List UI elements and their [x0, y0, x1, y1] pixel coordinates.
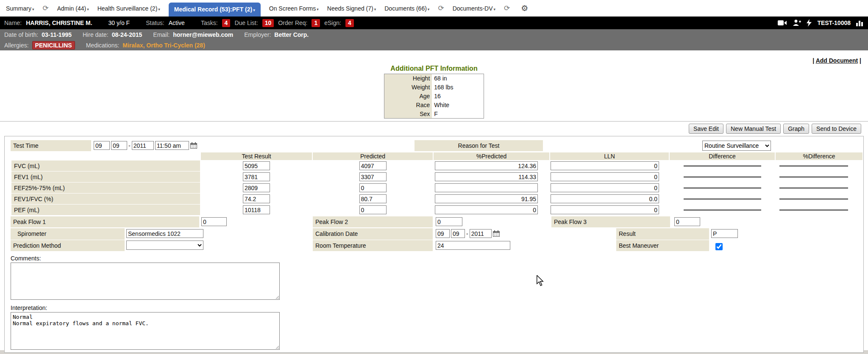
tab-documents-dv[interactable]: Documents-DV ▾: [453, 5, 495, 12]
spirometer-input[interactable]: [126, 229, 203, 238]
calendar-icon[interactable]: [493, 230, 500, 237]
result-input[interactable]: [711, 229, 738, 238]
additional-pft-info: Additional PFT Information Height 68 in …: [384, 50, 484, 119]
tab-summary[interactable]: Summary ▾: [6, 5, 34, 12]
action-buttons: Save Edit New Manual Test Graph Send to …: [0, 122, 868, 134]
fev1fvc-lln-input[interactable]: [551, 194, 659, 203]
prediction-method-select[interactable]: [126, 241, 203, 250]
lightning-bolt-icon[interactable]: [807, 19, 812, 27]
refresh-icon[interactable]: ⟳: [42, 5, 48, 12]
hire-date-label: Hire date:: [83, 31, 108, 38]
room-temperature-input[interactable]: [436, 241, 510, 250]
best-maneuver-checkbox[interactable]: [715, 243, 723, 250]
fef-test-result-input[interactable]: [243, 183, 270, 192]
dob-value: 03-11-1995: [42, 31, 72, 38]
fvc-pct-predicted-input[interactable]: [435, 161, 538, 170]
calibration-day-input[interactable]: [451, 229, 465, 238]
tab-health-surveillance[interactable]: Health Surveillance (2) ▾: [97, 5, 160, 12]
row-label-pef: PEF (mL): [11, 205, 200, 215]
difference-line: [684, 199, 761, 199]
test-day-input[interactable]: [111, 141, 127, 150]
comments-textarea[interactable]: [11, 263, 280, 300]
fev1fvc-predicted-input[interactable]: [359, 194, 387, 203]
row-label-fvc: FVC (mL): [11, 160, 200, 171]
bar-chart-icon[interactable]: [856, 19, 864, 26]
tasks-count-badge[interactable]: 4: [222, 19, 231, 27]
calendar-icon[interactable]: [190, 142, 197, 149]
tab-admin[interactable]: Admin (44) ▾: [57, 5, 89, 12]
peak-flow-1-input[interactable]: [201, 217, 227, 226]
graph-button[interactable]: Graph: [783, 124, 809, 134]
refresh-icon[interactable]: ⟳: [504, 5, 510, 12]
calibration-year-input[interactable]: [470, 229, 492, 238]
fvc-test-result-input[interactable]: [243, 161, 270, 170]
calibration-month-input[interactable]: [436, 229, 450, 238]
pft-info-table: Height 68 in Weight 168 lbs Age 16 Race …: [384, 74, 484, 119]
interpretation-textarea[interactable]: Normal Normal expiratory flows and a nor…: [11, 312, 280, 350]
new-manual-test-button[interactable]: New Manual Test: [726, 124, 781, 134]
fev1fvc-pct-predicted-input[interactable]: [435, 194, 538, 203]
grid-row-fev1fvc: FEV1/FVC (%): [11, 194, 862, 204]
medications-value[interactable]: Miralax, Ortho Tri-Cyclen (28): [122, 42, 205, 49]
col-predicted: Predicted: [313, 152, 433, 160]
refresh-icon[interactable]: ⟳: [438, 5, 444, 12]
peak-flow-row: Peak Flow 1 Peak Flow 2 Peak Flow 3: [11, 216, 857, 227]
due-list-label: Due List:: [234, 19, 258, 26]
video-camera-icon[interactable]: [778, 20, 787, 26]
grid-row-fef: FEF25%-75% (mL): [11, 183, 862, 193]
order-req-count-badge[interactable]: 1: [312, 19, 320, 27]
pef-test-result-input[interactable]: [243, 205, 270, 214]
fev1-test-result-input[interactable]: [243, 172, 270, 181]
tab-on-screen-forms[interactable]: On Screen Forms ▾: [269, 5, 319, 12]
pef-pct-predicted-input[interactable]: [435, 205, 538, 214]
reason-for-test-select[interactable]: Routine Surveillance: [702, 141, 771, 151]
col-difference: Difference: [670, 152, 775, 160]
test-clock-time-input[interactable]: [155, 141, 189, 150]
tab-needs-signed[interactable]: Needs Signed (7) ▾: [327, 5, 376, 12]
fef-pct-predicted-input[interactable]: [435, 183, 538, 192]
pef-lln-input[interactable]: [551, 205, 659, 214]
fef-predicted-input[interactable]: [359, 183, 387, 192]
tasks-label: Tasks:: [201, 19, 218, 26]
peak-flow-2-input[interactable]: [436, 217, 462, 226]
settings-gear-icon[interactable]: ⚙: [521, 4, 528, 12]
save-edit-button[interactable]: Save Edit: [689, 124, 723, 134]
tab-label: Health Surveillance (2): [97, 5, 158, 12]
tab-popout-icon: ▾: [494, 8, 496, 12]
medications-label: Medications:: [86, 42, 120, 49]
tab-label: On Screen Forms: [269, 5, 316, 12]
esign-count-badge[interactable]: 4: [345, 19, 354, 27]
email-label: Email:: [153, 31, 170, 38]
fev1-pct-predicted-input[interactable]: [435, 172, 538, 181]
add-document-container: | Add Document |: [812, 57, 861, 64]
allergy-badge[interactable]: PENICILLINS: [32, 41, 75, 50]
separator: |: [860, 57, 861, 64]
fvc-predicted-input[interactable]: [359, 161, 387, 170]
height-label: Height: [384, 74, 432, 83]
add-document-link[interactable]: Add Document: [816, 57, 858, 64]
fev1-predicted-input[interactable]: [359, 172, 387, 181]
peak-flow-3-input[interactable]: [674, 217, 700, 226]
tab-label: Summary: [6, 5, 31, 12]
separator: |: [812, 57, 814, 64]
calibration-date-label: Calibration Date: [313, 228, 433, 240]
tab-medical-record-pft[interactable]: Medical Record (53):PFT (2) ▾: [169, 3, 261, 17]
height-value: 68 in: [432, 74, 484, 83]
weight-label: Weight: [384, 83, 432, 92]
race-label: Race: [384, 101, 432, 110]
fev1-lln-input[interactable]: [551, 172, 659, 181]
status-label: Status:: [146, 19, 164, 26]
pef-predicted-input[interactable]: [359, 205, 387, 214]
test-year-input[interactable]: [132, 141, 154, 150]
fev1fvc-test-result-input[interactable]: [243, 194, 270, 203]
fvc-lln-input[interactable]: [551, 161, 659, 170]
due-list-count-badge[interactable]: 10: [262, 19, 274, 27]
test-month-input[interactable]: [94, 141, 110, 150]
fef-lln-input[interactable]: [551, 183, 659, 192]
tab-documents[interactable]: Documents (66) ▾: [384, 5, 429, 12]
add-person-icon[interactable]: [793, 19, 801, 26]
pct-difference-line: [779, 166, 848, 166]
col-pct-predicted: %Predicted: [434, 152, 549, 160]
send-to-device-button[interactable]: Send to Device: [812, 124, 861, 134]
interpretation-label: Interpretation:: [11, 304, 857, 312]
